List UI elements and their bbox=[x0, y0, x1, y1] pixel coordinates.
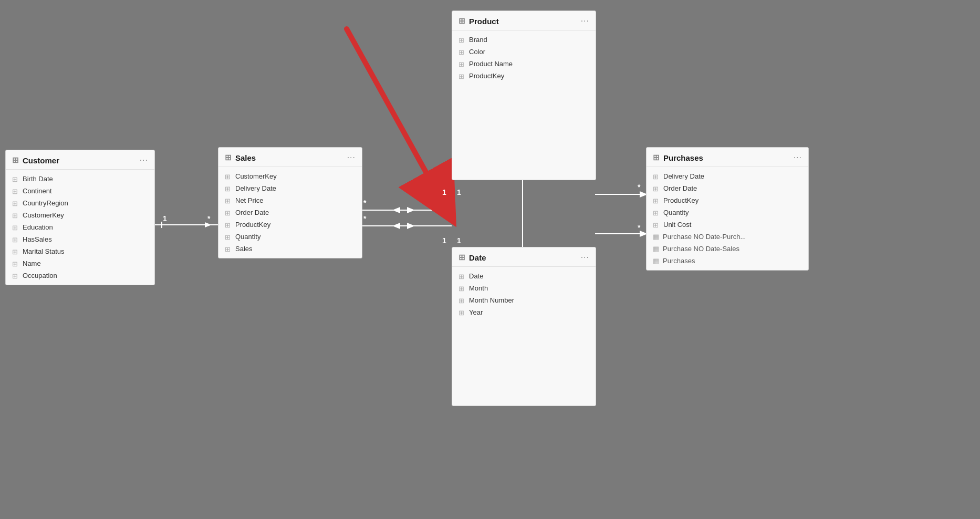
relation-label-purchases-many-bottom: * bbox=[638, 223, 640, 232]
field-icon bbox=[12, 224, 19, 231]
list-item: Brand bbox=[452, 34, 596, 46]
sales-title-text: Sales bbox=[235, 153, 256, 162]
product-table: ⊞ Product ··· Brand Color Product Name P… bbox=[452, 11, 596, 180]
list-item: Order Date bbox=[218, 206, 362, 219]
purchases-table-title: ⊞ Purchases bbox=[653, 153, 703, 162]
date-menu-button[interactable]: ··· bbox=[581, 253, 589, 262]
field-icon bbox=[458, 309, 465, 316]
list-item: CountryRegion bbox=[6, 197, 154, 209]
product-table-header: ⊞ Product ··· bbox=[452, 11, 596, 30]
svg-marker-2 bbox=[205, 222, 212, 227]
list-item: HasSales bbox=[6, 233, 154, 245]
field-icon bbox=[225, 185, 232, 192]
relation-label-date-1b: 1 bbox=[457, 236, 461, 245]
relation-label-sales-product-many: * bbox=[363, 199, 366, 207]
field-icon bbox=[225, 209, 232, 216]
list-item: Unit Cost bbox=[647, 219, 808, 231]
product-table-icon: ⊞ bbox=[458, 16, 465, 26]
product-title-text: Product bbox=[469, 17, 499, 26]
list-item: ▦ Purchases bbox=[647, 255, 808, 267]
relation-label-purchases-many-top: * bbox=[638, 183, 640, 191]
purchases-title-text: Purchases bbox=[663, 153, 703, 162]
field-icon bbox=[12, 175, 19, 182]
field-icon bbox=[653, 173, 660, 180]
date-table-body: Date Month Month Number Year bbox=[452, 267, 596, 321]
list-item: Month bbox=[452, 282, 596, 294]
list-item: CustomerKey bbox=[6, 209, 154, 221]
list-item: Color bbox=[452, 46, 596, 58]
purchases-table-body: Delivery Date Order Date ProductKey Quan… bbox=[647, 167, 808, 270]
field-icon bbox=[225, 221, 232, 228]
customer-table-title: ⊞ Customer bbox=[12, 155, 59, 165]
relation-label-product-1b: 1 bbox=[457, 188, 461, 196]
list-item: Quantity bbox=[647, 206, 808, 219]
field-icon bbox=[653, 185, 660, 192]
product-menu-button[interactable]: ··· bbox=[581, 16, 589, 26]
purchases-table: ⊞ Purchases ··· Delivery Date Order Date… bbox=[646, 147, 809, 271]
purchases-table-header: ⊞ Purchases ··· bbox=[647, 148, 808, 167]
field-icon bbox=[225, 173, 232, 180]
product-table-title: ⊞ Product bbox=[458, 16, 499, 26]
list-item: ▦ Purchase NO Date-Sales bbox=[647, 243, 808, 255]
list-item: Year bbox=[452, 306, 596, 318]
sales-table-icon: ⊞ bbox=[225, 153, 232, 162]
field-icon bbox=[458, 60, 465, 67]
field-icon bbox=[225, 233, 232, 240]
field-icon bbox=[225, 245, 232, 252]
purchases-menu-button[interactable]: ··· bbox=[794, 153, 802, 162]
svg-marker-7 bbox=[407, 223, 415, 229]
field-icon-calc: ▦ bbox=[653, 245, 659, 253]
field-icon bbox=[653, 197, 660, 204]
field-icon bbox=[458, 48, 465, 55]
customer-title-text: Customer bbox=[23, 156, 59, 165]
field-icon bbox=[12, 248, 19, 255]
svg-marker-8 bbox=[392, 223, 400, 229]
field-icon bbox=[12, 212, 19, 219]
relation-label-date-1a: 1 bbox=[442, 236, 446, 245]
field-icon bbox=[653, 209, 660, 216]
list-item: Order Date bbox=[647, 182, 808, 194]
field-icon bbox=[225, 197, 232, 204]
list-item: Name bbox=[6, 257, 154, 269]
relation-label-customer-1: 1 bbox=[163, 214, 167, 223]
list-item: Occupation bbox=[6, 269, 154, 282]
purchases-table-icon: ⊞ bbox=[653, 153, 660, 162]
relation-label-product-1a: 1 bbox=[442, 188, 446, 196]
field-icon bbox=[12, 260, 19, 267]
customer-table: ⊞ Customer ··· Birth Date Continent Coun… bbox=[5, 150, 155, 285]
customer-menu-button[interactable]: ··· bbox=[140, 155, 148, 165]
list-item: Quantity bbox=[218, 231, 362, 243]
sales-table: ⊞ Sales ··· CustomerKey Delivery Date Ne… bbox=[218, 147, 362, 258]
field-icon bbox=[458, 36, 465, 43]
list-item: Continent bbox=[6, 185, 154, 197]
field-icon bbox=[653, 221, 660, 228]
list-item: CustomerKey bbox=[218, 170, 362, 182]
list-item: Birth Date bbox=[6, 173, 154, 185]
field-icon bbox=[12, 188, 19, 194]
list-item: Education bbox=[6, 221, 154, 233]
list-item: Net Price bbox=[218, 194, 362, 206]
product-table-body: Brand Color Product Name ProductKey bbox=[452, 30, 596, 85]
field-icon-calc: ▦ bbox=[653, 257, 659, 265]
relation-label-customer-many: * bbox=[207, 214, 210, 223]
customer-table-body: Birth Date Continent CountryRegion Custo… bbox=[6, 170, 154, 285]
list-item: Month Number bbox=[452, 294, 596, 306]
date-table-header: ⊞ Date ··· bbox=[452, 247, 596, 267]
customer-table-header: ⊞ Customer ··· bbox=[6, 150, 154, 170]
field-icon bbox=[458, 72, 465, 79]
field-icon bbox=[12, 272, 19, 279]
customer-table-icon: ⊞ bbox=[12, 155, 19, 165]
field-icon-calc: ▦ bbox=[653, 233, 659, 241]
relation-label-sales-date-many: * bbox=[363, 214, 366, 223]
svg-marker-4 bbox=[407, 207, 415, 213]
date-table-icon: ⊞ bbox=[458, 253, 465, 262]
list-item: ProductKey bbox=[452, 70, 596, 82]
date-table: ⊞ Date ··· Date Month Month Number Year bbox=[452, 247, 596, 406]
date-table-title: ⊞ Date bbox=[458, 253, 486, 262]
field-icon bbox=[458, 285, 465, 292]
sales-table-body: CustomerKey Delivery Date Net Price Orde… bbox=[218, 167, 362, 258]
sales-menu-button[interactable]: ··· bbox=[347, 153, 356, 162]
sales-table-header: ⊞ Sales ··· bbox=[218, 148, 362, 167]
list-item: ProductKey bbox=[647, 194, 808, 206]
field-icon bbox=[458, 297, 465, 304]
